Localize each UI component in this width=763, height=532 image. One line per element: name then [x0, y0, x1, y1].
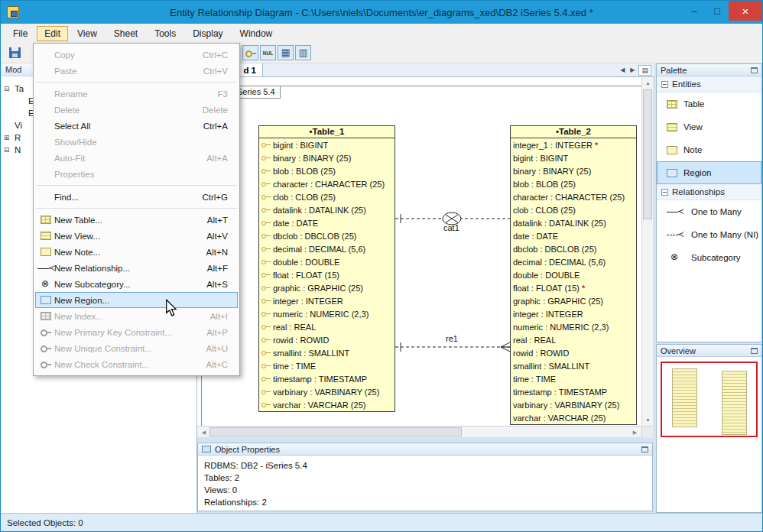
- toolbar-toggle-button[interactable]: [278, 45, 294, 60]
- palette-item[interactable]: Region: [657, 161, 761, 184]
- table-column-row[interactable]: character : CHARACTER (25): [511, 190, 636, 203]
- edit-menu-item[interactable]: Select All Ctrl+A: [35, 118, 238, 134]
- table-column-row[interactable]: smallint : SMALLINT: [511, 359, 636, 372]
- tab-next-button[interactable]: ▶: [628, 64, 636, 76]
- edit-menu-item[interactable]: Find... Ctrl+G: [35, 189, 238, 205]
- scroll-right-icon[interactable]: ▶: [629, 427, 641, 438]
- table-column-row[interactable]: numeric : NUMERIC (2,3): [259, 307, 394, 320]
- menu-item[interactable]: Sheet: [106, 26, 145, 41]
- table-column-row[interactable]: varchar : VARCHAR (25): [259, 398, 394, 411]
- table-column-row[interactable]: numeric : NUMERIC (2,3): [511, 320, 636, 333]
- table-column-row[interactable]: blob : BLOB (25): [259, 164, 394, 177]
- entity-table-2[interactable]: •Table_2 integer_1 : INTEGER * bigint : …: [510, 125, 637, 425]
- tab-prev-button[interactable]: ◀: [619, 64, 626, 76]
- edit-menu-item[interactable]: New View... Alt+V: [35, 228, 238, 244]
- table-column-row[interactable]: time : TIME: [259, 359, 394, 372]
- float-panel-icon[interactable]: [751, 67, 758, 73]
- table-column-row[interactable]: clob : CLOB (25): [511, 203, 636, 216]
- maximize-button[interactable]: □: [706, 1, 729, 21]
- table-column-row[interactable]: float : FLOAT (15) *: [511, 281, 636, 294]
- table-column-row[interactable]: binary : BINARY (25): [259, 151, 394, 164]
- vertical-scrollbar[interactable]: ▲ ▼: [641, 77, 653, 426]
- horizontal-scrollbar[interactable]: ◀ ▶: [197, 426, 653, 437]
- table-column-row[interactable]: bigint : BIGINT: [511, 151, 636, 164]
- close-button[interactable]: ×: [729, 1, 762, 21]
- table-column-row[interactable]: integer : INTEGER: [259, 294, 394, 307]
- table-column-row[interactable]: double : DOUBLE: [259, 255, 394, 268]
- toolbar-toggle-button[interactable]: NUL: [260, 45, 276, 60]
- table-column-row[interactable]: dbclob : DBCLOB (25): [511, 242, 636, 255]
- edit-menu-item[interactable]: New Subcategory... Alt+S: [35, 276, 238, 292]
- tab-list-button[interactable]: ▤: [638, 65, 651, 76]
- table-column-row[interactable]: binary : BINARY (25): [511, 164, 636, 177]
- minimize-button[interactable]: –: [683, 1, 706, 21]
- table-column-row[interactable]: decimal : DECIMAL (5,6): [259, 242, 394, 255]
- toolbar-toggle-button[interactable]: [242, 45, 258, 60]
- table-column-row[interactable]: varchar : VARCHAR (25): [511, 411, 636, 424]
- menu-item[interactable]: Edit: [37, 26, 68, 41]
- edit-menu-item[interactable]: New Region...: [35, 292, 238, 308]
- table-column-row[interactable]: varbinary : VARBINARY (25): [259, 385, 394, 398]
- palette-item[interactable]: Subcategory: [657, 246, 761, 269]
- relationship-label[interactable]: cat1: [443, 223, 459, 232]
- toolbar-toggle-button[interactable]: [295, 45, 311, 60]
- relationship-label[interactable]: re1: [446, 334, 458, 343]
- table-column-row[interactable]: character : CHARACTER (25): [259, 177, 394, 190]
- collapse-icon[interactable]: [661, 189, 668, 196]
- table-column-row[interactable]: real : REAL: [259, 320, 394, 333]
- table-column-row[interactable]: blob : BLOB (25): [511, 177, 636, 190]
- save-button[interactable]: [7, 45, 23, 60]
- overview-viewport[interactable]: [661, 362, 758, 437]
- edit-menu-item[interactable]: New Note... Alt+N: [35, 244, 238, 260]
- palette-section-entities[interactable]: Entities: [657, 76, 761, 92]
- palette-section-relationships[interactable]: Relationships: [657, 184, 761, 200]
- tree-expander-icon[interactable]: ⊞: [4, 134, 12, 141]
- table-column-row[interactable]: date : DATE: [511, 229, 636, 242]
- table-column-row[interactable]: double : DOUBLE: [511, 268, 636, 281]
- table-column-row[interactable]: graphic : GRAPHIC (25): [511, 294, 636, 307]
- table-column-row[interactable]: date : DATE: [259, 216, 394, 229]
- scroll-left-icon[interactable]: ◀: [198, 427, 209, 438]
- table-column-row[interactable]: time : TIME: [511, 372, 636, 385]
- horizontal-scroll-thumb[interactable]: [209, 427, 462, 436]
- scroll-down-icon[interactable]: ▼: [642, 414, 654, 426]
- palette-item[interactable]: View: [657, 115, 761, 138]
- table-header[interactable]: •Table_1: [259, 126, 394, 138]
- table-column-row[interactable]: datalink : DATALINK (25): [259, 203, 394, 216]
- vertical-scroll-thumb[interactable]: [643, 89, 652, 219]
- menu-item[interactable]: View: [70, 26, 105, 41]
- palette-item[interactable]: Note: [657, 138, 761, 161]
- table-column-row[interactable]: timestamp : TIMESTAMP: [511, 385, 636, 398]
- table-column-row[interactable]: decimal : DECIMAL (5,6): [511, 255, 636, 268]
- table-column-row[interactable]: float : FLOAT (15): [259, 268, 394, 281]
- table-column-row[interactable]: bigint : BIGINT: [259, 138, 394, 151]
- scroll-up-icon[interactable]: ▲: [642, 77, 654, 89]
- table-column-row[interactable]: real : REAL: [511, 333, 636, 346]
- menu-item[interactable]: Display: [185, 26, 230, 41]
- float-panel-icon[interactable]: [641, 446, 648, 453]
- table-column-row[interactable]: dbclob : DBCLOB (25): [259, 229, 394, 242]
- table-header[interactable]: •Table_2: [511, 126, 636, 138]
- palette-item[interactable]: Table: [657, 92, 761, 115]
- tree-expander-icon[interactable]: ⊟: [4, 85, 12, 92]
- table-column-row[interactable]: rowid : ROWID: [511, 346, 636, 359]
- table-column-row[interactable]: integer_1 : INTEGER *: [511, 138, 636, 151]
- table-column-row[interactable]: varbinary : VARBINARY (25): [511, 398, 636, 411]
- collapse-icon[interactable]: [661, 81, 668, 88]
- table-column-row[interactable]: smallint : SMALLINT: [259, 346, 394, 359]
- diagram-canvas[interactable]: Series 5.4 cat1 re1 •Table_1: [197, 77, 641, 426]
- table-column-row[interactable]: timestamp : TIMESTAMP: [259, 372, 394, 385]
- table-column-row[interactable]: integer : INTEGER: [511, 307, 636, 320]
- table-column-row[interactable]: rowid : ROWID: [259, 333, 394, 346]
- table-column-row[interactable]: clob : CLOB (25): [259, 190, 394, 203]
- float-panel-icon[interactable]: [751, 348, 758, 354]
- palette-item[interactable]: One to Many: [657, 200, 761, 223]
- menu-item[interactable]: File: [5, 26, 35, 41]
- table-column-row[interactable]: datalink : DATALINK (25): [511, 216, 636, 229]
- tree-expander-icon[interactable]: ⊟: [4, 146, 12, 154]
- table-column-row[interactable]: graphic : GRAPHIC (25): [259, 281, 394, 294]
- entity-table-1[interactable]: •Table_1 bigint : BIGINT binary : BINARY…: [258, 125, 395, 412]
- edit-menu-item[interactable]: New Table... Alt+T: [35, 212, 238, 228]
- menu-item[interactable]: Tools: [147, 26, 183, 41]
- edit-menu-item[interactable]: New Relationship... Alt+F: [35, 260, 238, 276]
